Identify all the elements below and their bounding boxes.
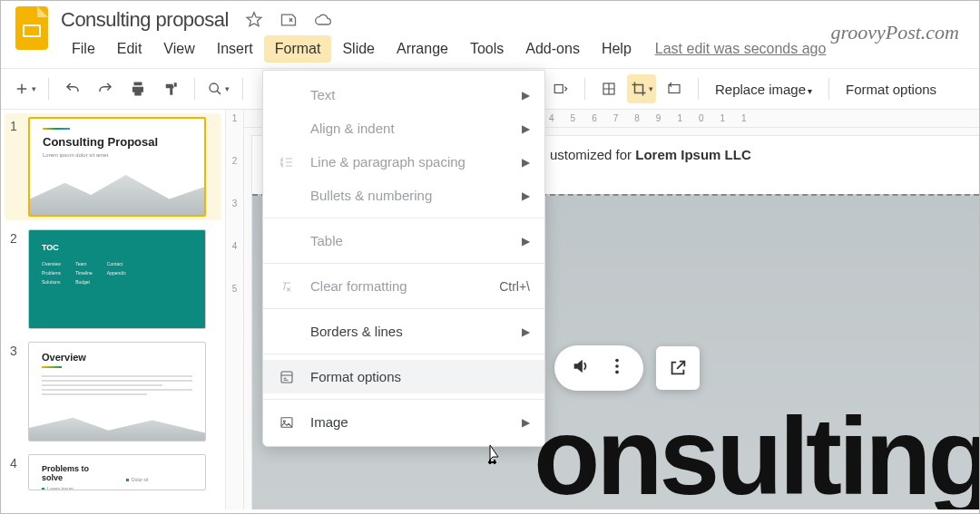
zoom-button[interactable]: ▾ (204, 74, 233, 103)
menu-view[interactable]: View (152, 35, 205, 63)
slide-thumbnail-3[interactable]: Overview (28, 342, 206, 441)
svg-rect-4 (554, 85, 563, 93)
volume-icon[interactable] (571, 356, 591, 380)
crop-button[interactable]: ▾ (627, 74, 656, 103)
redo-button[interactable] (91, 74, 120, 103)
transition-icon[interactable] (546, 74, 575, 103)
svg-rect-2 (24, 26, 39, 35)
svg-point-9 (615, 371, 619, 374)
reset-image-button[interactable] (660, 74, 689, 103)
dd-borders[interactable]: Borders & lines▶ (263, 315, 544, 348)
slides-logo (12, 8, 52, 48)
format-dropdown: Text▶ Align & indent▶ Line & paragraph s… (262, 70, 545, 447)
dd-spacing[interactable]: Line & paragraph spacing▶ (263, 145, 544, 179)
dd-table[interactable]: Table▶ (263, 224, 544, 257)
svg-rect-15 (488, 461, 496, 463)
svg-point-7 (615, 359, 619, 363)
slide-thumbnail-4[interactable]: Problems to solve Lorem ipsum Dolor sit (28, 454, 206, 490)
paint-format-button[interactable] (156, 74, 185, 103)
vertical-ruler: 12345 (226, 110, 244, 509)
format-options-icon (278, 370, 296, 384)
canvas-title: onsulting (534, 393, 979, 509)
menu-addons[interactable]: Add-ons (514, 35, 591, 63)
menu-arrange[interactable]: Arrange (386, 35, 459, 63)
menu-edit[interactable]: Edit (106, 35, 153, 63)
dd-format-options[interactable]: Format options (263, 360, 544, 393)
thumb-number: 1 (10, 117, 21, 217)
dd-image[interactable]: Image▶ (263, 405, 544, 439)
svg-point-12 (283, 420, 285, 422)
image-icon (278, 415, 296, 430)
star-icon[interactable] (245, 11, 263, 29)
menu-file[interactable]: File (61, 35, 106, 63)
slide-thumbnails: 1 Consulting Proposal Lorem ipsum dolor … (1, 110, 226, 509)
replace-image-button[interactable]: Replace image▾ (708, 82, 819, 97)
thumb-number: 2 (10, 229, 21, 329)
watermark: groovyPost.com (830, 21, 959, 44)
menu-slide[interactable]: Slide (331, 35, 386, 63)
cursor-icon (484, 443, 502, 469)
print-button[interactable] (123, 74, 152, 103)
svg-rect-10 (281, 372, 292, 383)
undo-button[interactable] (58, 74, 87, 103)
mask-image-button[interactable] (594, 74, 623, 103)
svg-point-8 (615, 364, 619, 368)
dd-bullets[interactable]: Bullets & numbering▶ (263, 179, 544, 212)
menu-tools[interactable]: Tools (459, 35, 514, 63)
dd-text[interactable]: Text▶ (263, 78, 544, 112)
doc-title[interactable]: Consulting proposal (61, 8, 229, 32)
add-button[interactable]: ▾ (10, 74, 39, 103)
menu-help[interactable]: Help (591, 35, 642, 63)
last-edit-link[interactable]: Last edit was seconds ago (655, 41, 827, 57)
dd-clear[interactable]: Clear formattingCtrl+\ (263, 269, 544, 303)
slide-thumbnail-2[interactable]: TOC OverviewProblemsSolutions TeamTimeli… (28, 229, 206, 329)
thumb-number: 3 (10, 342, 21, 441)
more-icon[interactable] (607, 356, 627, 380)
svg-point-3 (210, 83, 218, 92)
format-options-button[interactable]: Format options (838, 82, 944, 97)
menu-format[interactable]: Format (264, 35, 332, 63)
media-controls (554, 345, 643, 391)
dd-align[interactable]: Align & indent▶ (263, 112, 544, 145)
clear-format-icon (278, 279, 296, 294)
slide-thumbnail-1[interactable]: Consulting Proposal Lorem ipsum dolor si… (28, 117, 206, 217)
open-external-button[interactable] (656, 346, 700, 390)
line-spacing-icon (278, 155, 296, 170)
thumb-number: 4 (10, 454, 21, 490)
menu-insert[interactable]: Insert (206, 35, 264, 63)
move-icon[interactable] (279, 11, 298, 29)
cloud-icon[interactable] (314, 11, 332, 29)
